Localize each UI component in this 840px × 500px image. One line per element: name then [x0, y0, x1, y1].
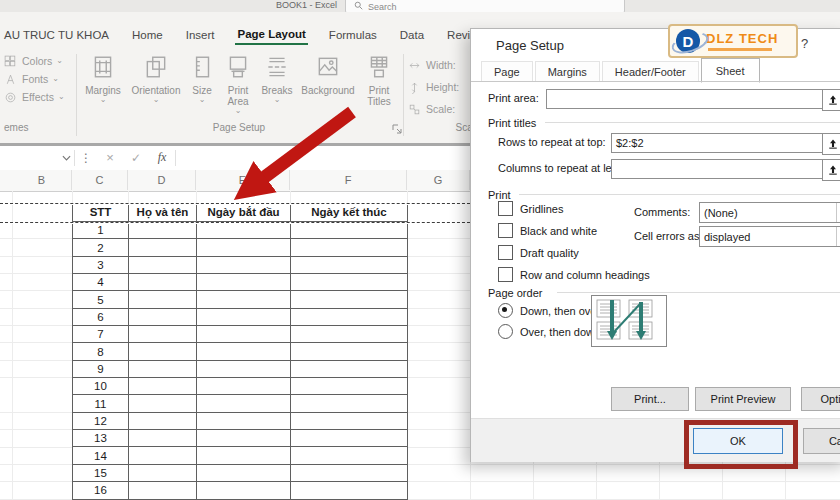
- header-cell-ng-y-b-t-u[interactable]: Ngày bắt đầu: [197, 203, 291, 222]
- options-button[interactable]: Options...: [801, 387, 840, 411]
- cell[interactable]: [129, 291, 197, 308]
- cell[interactable]: [291, 482, 408, 499]
- radio-button[interactable]: [498, 324, 513, 339]
- dialog-tab-header-footer[interactable]: Header/Footer: [602, 61, 699, 82]
- cell[interactable]: [129, 413, 197, 430]
- header-cell-stt[interactable]: STT: [73, 203, 129, 222]
- checkbox-row-and-column-headings[interactable]: Row and column headings: [498, 267, 650, 282]
- cell[interactable]: [197, 430, 291, 447]
- dialog-tab-sheet[interactable]: Sheet: [701, 58, 760, 83]
- cell[interactable]: [197, 257, 291, 274]
- cell[interactable]: [129, 361, 197, 378]
- cell[interactable]: 12: [73, 413, 129, 430]
- cell[interactable]: 1: [73, 222, 129, 239]
- name-box[interactable]: [0, 146, 58, 169]
- cell[interactable]: 16: [73, 482, 129, 499]
- cell[interactable]: [291, 326, 408, 343]
- ribbon-tab-formulas[interactable]: Formulas: [327, 26, 379, 44]
- cell[interactable]: [197, 343, 291, 360]
- cell[interactable]: [197, 361, 291, 378]
- checkbox-black-and-white[interactable]: Black and white: [498, 223, 597, 238]
- cancel-entry-icon[interactable]: ×: [97, 146, 123, 169]
- ribbon-button-print-titles[interactable]: Print Titles: [360, 54, 398, 107]
- cols-repeat-field[interactable]: [611, 159, 826, 179]
- cell[interactable]: [129, 326, 197, 343]
- header-cell-ng-y-k-t-th-c[interactable]: Ngày kết thúc: [291, 203, 408, 222]
- cell[interactable]: [129, 343, 197, 360]
- formula-bar-menu-icon[interactable]: ⋮: [75, 146, 97, 169]
- cell[interactable]: [129, 482, 197, 499]
- cell[interactable]: [129, 378, 197, 395]
- ribbon-tab-page-layout[interactable]: Page Layout: [235, 25, 307, 45]
- cell[interactable]: [291, 343, 408, 360]
- cell[interactable]: 9: [73, 361, 129, 378]
- cell[interactable]: 14: [73, 447, 129, 464]
- header-cell-h-v-t-n[interactable]: Họ và tên: [129, 203, 197, 222]
- cell[interactable]: [197, 222, 291, 239]
- cell[interactable]: [129, 274, 197, 291]
- column-header-e[interactable]: E: [196, 170, 290, 190]
- ribbon-tab-au-truc-tu-khoa[interactable]: AU TRUC TU KHOA: [2, 26, 111, 44]
- cell[interactable]: [291, 309, 408, 326]
- ribbon-button-orientation[interactable]: Orientation⌄: [128, 54, 184, 104]
- cell[interactable]: [291, 378, 408, 395]
- checkbox-box[interactable]: [498, 223, 513, 238]
- cancel-button[interactable]: Cancel: [803, 428, 840, 454]
- cell[interactable]: [129, 430, 197, 447]
- cell[interactable]: [129, 239, 197, 256]
- cell[interactable]: 6: [73, 309, 129, 326]
- cell[interactable]: [291, 257, 408, 274]
- cell[interactable]: [291, 291, 408, 308]
- radio-over-then-down[interactable]: Over, then down: [498, 324, 600, 339]
- theme-button-colors[interactable]: Colors⌄: [4, 52, 72, 70]
- cell[interactable]: [197, 291, 291, 308]
- cell[interactable]: [291, 447, 408, 464]
- cell[interactable]: [197, 413, 291, 430]
- ok-button[interactable]: OK: [693, 428, 783, 454]
- dialog-tab-margins[interactable]: Margins: [535, 61, 600, 82]
- cell[interactable]: [197, 395, 291, 412]
- checkbox-gridlines[interactable]: Gridlines: [498, 201, 563, 216]
- cell[interactable]: [129, 309, 197, 326]
- cell[interactable]: 13: [73, 430, 129, 447]
- cell[interactable]: [291, 239, 408, 256]
- column-header-d[interactable]: D: [128, 170, 196, 190]
- cell[interactable]: [291, 361, 408, 378]
- cell-errors-dropdown[interactable]: displayed ⌄: [699, 226, 840, 247]
- cell[interactable]: 3: [73, 257, 129, 274]
- cell[interactable]: 7: [73, 326, 129, 343]
- cell[interactable]: [197, 482, 291, 499]
- ribbon-button-size[interactable]: Size⌄: [186, 54, 218, 104]
- cell[interactable]: 2: [73, 239, 129, 256]
- column-header-g[interactable]: G: [407, 170, 470, 190]
- cell[interactable]: [197, 378, 291, 395]
- column-header-f[interactable]: F: [290, 170, 407, 190]
- print-area-field[interactable]: [546, 89, 826, 109]
- checkbox-box[interactable]: [498, 267, 513, 282]
- chevron-down-icon[interactable]: ⌄: [836, 227, 840, 246]
- theme-button-effects[interactable]: Effects⌄: [4, 88, 72, 106]
- cell[interactable]: 15: [73, 465, 129, 482]
- print-button[interactable]: Print...: [611, 387, 689, 411]
- dialog-launcher-icon[interactable]: [392, 120, 402, 138]
- cell[interactable]: 10: [73, 378, 129, 395]
- cell[interactable]: [129, 222, 197, 239]
- cell[interactable]: [197, 326, 291, 343]
- cell[interactable]: [197, 465, 291, 482]
- cell[interactable]: 11: [73, 395, 129, 412]
- ribbon-tab-home[interactable]: Home: [130, 26, 165, 44]
- cell[interactable]: 8: [73, 343, 129, 360]
- cell[interactable]: 5: [73, 291, 129, 308]
- cell[interactable]: [197, 239, 291, 256]
- checkbox-draft-quality[interactable]: Draft quality: [498, 245, 579, 260]
- ribbon-button-margins[interactable]: Margins⌄: [80, 54, 126, 104]
- insert-function-icon[interactable]: fx: [149, 146, 175, 169]
- print-area-range-button[interactable]: [822, 89, 840, 111]
- cell[interactable]: [291, 274, 408, 291]
- cell[interactable]: [197, 447, 291, 464]
- column-header-c[interactable]: C: [72, 170, 128, 190]
- ribbon-button-background[interactable]: Background: [298, 54, 358, 96]
- cell[interactable]: [129, 395, 197, 412]
- theme-button-fonts[interactable]: Fonts⌄: [4, 70, 72, 88]
- cell[interactable]: [291, 465, 408, 482]
